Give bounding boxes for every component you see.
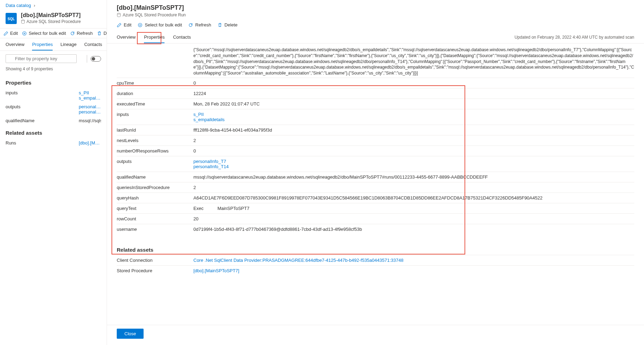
asset-subtitle: Azure SQL Stored Procedure [21,19,81,24]
table-row: executedTimeMon, 28 Feb 2022 01:07:47 UT… [117,99,634,109]
table-row: username0d7199f4-1b5d-4f43-8f71-d777b046… [117,224,634,234]
refresh-icon [70,31,75,36]
link[interactable]: personalInfo_T7 [193,159,634,164]
related-assets-title: Related assets [117,247,634,253]
table-row: numberOfResponseRows0 [117,146,634,156]
bulk-edit-button[interactable]: Select for bulk edit [138,22,182,28]
table-row: Client ConnectionCore .Net SqlClient Dat… [117,255,634,265]
trash-icon [97,31,102,36]
filter-row [0,51,107,66]
section-related: Related assets [0,125,107,139]
bulk-edit-button[interactable]: Select for bulk edit [22,31,66,36]
mapping-blob: {"Source":"mssql://sqlserverdatascaneus2… [117,47,634,76]
link[interactable]: s_empalldetails [193,117,634,122]
delete-button[interactable]: Delete [217,22,238,28]
prop-row: outputs personalInfo_TpersonalInfo_T [0,102,107,116]
table-row: inputs s_PIIs_empalldetails [117,109,634,125]
pencil-icon [117,23,122,28]
prop-row: inputs s_PIIs_empalldetails [0,88,107,102]
breadcrumb-item[interactable]: Data catalog [6,3,31,8]
db-icon [21,19,25,24]
table-row: queryText ExecMainSPToSPT7 [117,203,634,213]
updated-label: Updated on February 28, 2022 4:40 AM UTC… [514,35,634,40]
page-title: [dbo].[MainSPToSPT7] [117,4,634,11]
right-tabs-row: Overview Properties Contacts Updated on … [107,31,644,44]
link[interactable]: [dbo].[MainSPT [79,140,101,146]
left-panel: Data catalog › SQL [dbo].[MainSPToSPT7] … [0,0,107,345]
table-row: nestLevels2 [117,135,634,146]
right-tabs: Overview Properties Contacts [117,31,191,43]
refresh-button[interactable]: Refresh [188,22,211,28]
svg-point-0 [22,20,25,21]
link[interactable]: personalInfo_T [79,109,101,115]
section-properties: Properties [0,75,107,88]
filter-input[interactable] [6,54,77,63]
divider [87,55,87,63]
trash-icon [217,23,222,28]
close-row: Close [107,325,644,345]
table-row: lastRunIdfff128f8-9cba-4154-b041-ef034a7… [117,125,634,135]
left-toolbar: Edit Select for bulk edit Refresh Delete [0,29,107,38]
link[interactable]: s_empalldetails [79,95,101,101]
edit-button[interactable]: Edit [117,22,131,28]
tab-overview[interactable]: Overview [6,38,24,50]
refresh-button[interactable]: Refresh [70,31,93,36]
left-header: SQL [dbo].[MainSPToSPT7] Azure SQL Store… [0,9,107,29]
link[interactable]: Core .Net SqlClient Data Provider:PRASAD… [193,258,634,263]
asset-title: [dbo].[MainSPToSPT7] [21,12,81,18]
tab-properties[interactable]: Properties [32,38,53,50]
tab-contacts[interactable]: Contacts [173,31,191,43]
left-tabs: Overview Properties Lineage Contacts Re [0,38,107,51]
showing-count: Showing 4 of 9 properties [0,66,107,75]
page-subtitle: Azure SQL Stored Procedure Run [117,13,634,17]
link[interactable]: s_PII [193,112,634,117]
table-row: outputs personalInfo_T7personalInfo_T14 [117,156,634,172]
link[interactable]: personalInfo_T [79,104,101,109]
right-toolbar: Edit Select for bulk edit Refresh Delete [107,17,644,31]
svg-point-2 [117,13,121,14]
right-panel: [dbo].[MainSPToSPT7] Azure SQL Stored Pr… [107,0,644,345]
table-row: duration12224 [117,88,634,99]
delete-button[interactable]: Delete [97,31,107,36]
sql-icon: SQL [6,13,17,24]
table-row: qualifiedNamemssql://sqlserverdatascaneu… [117,172,634,182]
refresh-icon [188,23,193,28]
tab-contacts[interactable]: Contacts [84,38,102,50]
edit-button[interactable]: Edit [3,31,18,36]
close-button[interactable]: Close [117,329,144,339]
chevron-right-icon: › [34,3,35,8]
related-table: Client ConnectionCore .Net SqlClient Dat… [117,255,634,276]
link[interactable]: [dbo].[MainSPToSPT7] [193,268,634,273]
prop-row: qualifiedName mssql://sqlserv [0,116,107,125]
tab-overview[interactable]: Overview [117,31,136,43]
table-row: queryHashA64CD1AE7F6D9EED087D785300C9981… [117,193,634,203]
tab-lineage[interactable]: Lineage [60,38,76,50]
right-body: {"Source":"mssql://sqlserverdatascaneus2… [107,44,644,325]
prop-row: Runs [dbo].[MainSPT [0,139,107,147]
properties-table: cpuTime0 duration12224 executedTimeMon, … [117,78,634,234]
pencil-icon [3,31,8,36]
link[interactable]: s_PII [79,90,101,95]
table-row: rowCount20 [117,213,634,224]
plus-circle-icon [138,23,143,28]
plus-circle-icon [22,31,27,36]
toggle[interactable] [91,56,101,62]
table-row: queriesInStoredProcedure2 [117,182,634,193]
right-header: [dbo].[MainSPToSPT7] Azure SQL Stored Pr… [107,0,644,17]
table-row: Stored Procedure[dbo].[MainSPToSPT7] [117,265,634,276]
tab-properties[interactable]: Properties [144,31,164,43]
link[interactable]: personalInfo_T14 [193,164,634,169]
table-row: cpuTime0 [117,78,634,88]
breadcrumb: Data catalog › [0,0,107,9]
db-icon [117,13,121,17]
